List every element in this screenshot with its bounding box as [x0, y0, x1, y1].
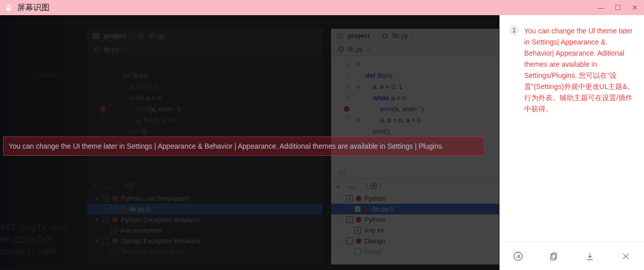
remove-breakpoint-button[interactable]: —: [104, 182, 112, 191]
checkbox[interactable]: [111, 206, 117, 212]
node-label: fib.py:5: [129, 205, 150, 213]
download-button[interactable]: [584, 250, 596, 262]
node-label: Django Exception Breakpoi: [121, 237, 200, 245]
add-breakpoint-button[interactable]: +: [336, 182, 341, 191]
svg-rect-7: [550, 254, 555, 260]
caret-down-icon[interactable]: ▼: [95, 196, 100, 201]
caret-down-icon[interactable]: ▼: [95, 238, 100, 244]
breakpoint-icon: [356, 238, 361, 244]
python-file-icon: ⌬: [338, 46, 344, 53]
node-label: Python: [364, 195, 385, 202]
node-label: Templ: [364, 248, 382, 255]
folder-icon: [336, 33, 343, 39]
node-label: Python Exception Breakpoi: [121, 216, 200, 223]
svg-point-2: [7, 7, 8, 8]
fold-column[interactable]: ⊖⊖⊖: [111, 56, 119, 148]
ocr-result-item[interactable]: 1 You can change the Ul theme later in S…: [509, 25, 636, 114]
app-title: 屏幕识图: [17, 3, 50, 13]
result-index-badge: 1: [509, 25, 519, 35]
checkbox[interactable]: [111, 227, 117, 234]
breadcrumb-project[interactable]: project: [104, 32, 126, 39]
breadcrumb-file[interactable]: fib.py: [392, 32, 408, 39]
node-label: fib.py:5: [373, 205, 394, 213]
svg-point-3: [9, 7, 10, 8]
checkbox[interactable]: [111, 248, 117, 255]
breadcrumb-sep-icon: 〉: [129, 31, 135, 40]
svg-text:译: 译: [516, 254, 520, 259]
breakpoint-icon[interactable]: [100, 106, 106, 112]
node-label: Python Line Breakpoint: [121, 195, 189, 202]
editor-tab-fib[interactable]: ⌬ fib.py ×: [91, 44, 130, 54]
code-area[interactable]: def fib(n): a, b = 0, 1 while a < n: pri…: [119, 56, 180, 148]
noise-img-l3: bmV0L3l1aHV: [0, 247, 57, 257]
remove-breakpoint-button[interactable]: —: [348, 182, 355, 191]
minimize-button[interactable]: —: [595, 4, 606, 12]
maximize-button[interactable]: ☐: [613, 4, 623, 12]
checkbox[interactable]: [346, 216, 353, 223]
gutter-line-10: 10: [331, 166, 499, 178]
breakpoint-icon: [112, 196, 118, 201]
folder-icon: [93, 33, 100, 39]
svg-rect-6: [552, 253, 557, 259]
editor-tab-fib[interactable]: ⌬ fib.py ×: [335, 44, 374, 54]
breakpoint-icon: [356, 217, 361, 222]
ocr-results-panel: 1 You can change the Ul theme later in S…: [499, 15, 644, 270]
tab-label: fib.py: [104, 46, 119, 53]
node-label: Python: [364, 216, 385, 223]
app-icon: [4, 3, 13, 12]
caret-down-icon[interactable]: ⌄: [338, 217, 343, 222]
breakpoint-icon: [112, 217, 118, 222]
caret-down-icon[interactable]: ▼: [95, 217, 100, 222]
copy-button[interactable]: [548, 250, 560, 262]
group-breakpoints-button[interactable]: 〔⦿〕: [362, 182, 385, 191]
checkbox[interactable]: [103, 195, 109, 202]
result-text[interactable]: You can change the Ul theme later in Set…: [524, 25, 636, 114]
breakpoint-icon: [364, 206, 370, 212]
gutter-line-10: 10: [87, 166, 322, 178]
add-breakpoint-button[interactable]: +: [93, 182, 97, 191]
breadcrumb-sep-icon: 〉: [373, 31, 379, 40]
checkbox[interactable]: [354, 206, 361, 212]
noise-img-l1: 467.png?x-oss: [0, 222, 67, 233]
code-area[interactable]: def fib(n): a, b = 0, 1 while a < n: pri…: [362, 56, 424, 148]
breakpoint-icon: [112, 238, 118, 244]
breakpoints-tree[interactable]: ⌄Python fib.py:5 ⌄Python Any ex ⌄Django …: [331, 193, 499, 257]
ocr-selected-text: You can change the UI theme later in Set…: [9, 142, 444, 150]
group-breakpoints-button[interactable]: 〔⦿〕: [119, 182, 142, 191]
noise-img-l2: mFuZ3poZW5: [0, 235, 52, 245]
gutter[interactable]: 1 2 3 4 6: [87, 56, 111, 148]
checkbox[interactable]: [346, 238, 353, 244]
breakpoint-icon[interactable]: [344, 106, 349, 112]
caret-down-icon[interactable]: ⌄: [338, 238, 343, 244]
checkbox[interactable]: [103, 216, 109, 223]
gutter[interactable]: 1 2 3 4 6: [331, 56, 354, 148]
breadcrumb-project[interactable]: project: [348, 32, 370, 39]
tab-label: fib.py: [347, 46, 363, 53]
checkbox[interactable]: [354, 248, 361, 255]
breakpoint-icon: [356, 196, 361, 201]
checkbox[interactable]: [346, 195, 353, 202]
node-label: Django: [364, 237, 385, 245]
checkbox[interactable]: [103, 238, 109, 244]
node-label: Any ex: [364, 227, 384, 234]
caret-down-icon[interactable]: ⌄: [338, 196, 343, 201]
close-window-button[interactable]: ✕: [630, 4, 640, 12]
breadcrumb-sep-icon: 〉: [411, 31, 418, 40]
ocr-selection-box[interactable]: You can change the UI theme later in Set…: [3, 137, 484, 156]
noise-fib-call: fib(10: [35, 72, 57, 79]
checkbox[interactable]: [354, 227, 361, 234]
breadcrumb-file[interactable]: fib.py: [149, 32, 164, 39]
python-file-icon: ⌬: [139, 32, 144, 39]
python-file-icon: ⌬: [95, 46, 100, 53]
translate-button[interactable]: 译: [512, 250, 524, 262]
svg-point-1: [7, 5, 11, 11]
close-tab-icon[interactable]: ×: [367, 47, 370, 53]
python-file-icon: ⌬: [382, 32, 388, 39]
fold-column[interactable]: ⊖⊖⊖: [354, 56, 362, 148]
close-tab-icon[interactable]: ×: [123, 47, 126, 53]
node-label: Template render error: [120, 248, 183, 255]
close-panel-button[interactable]: [620, 250, 632, 262]
breakpoints-tree[interactable]: ▼Python Line Breakpoint fib.py:5 ▼Python…: [87, 193, 322, 257]
node-label: Any exception: [120, 227, 162, 234]
breakpoint-icon: [120, 206, 126, 212]
